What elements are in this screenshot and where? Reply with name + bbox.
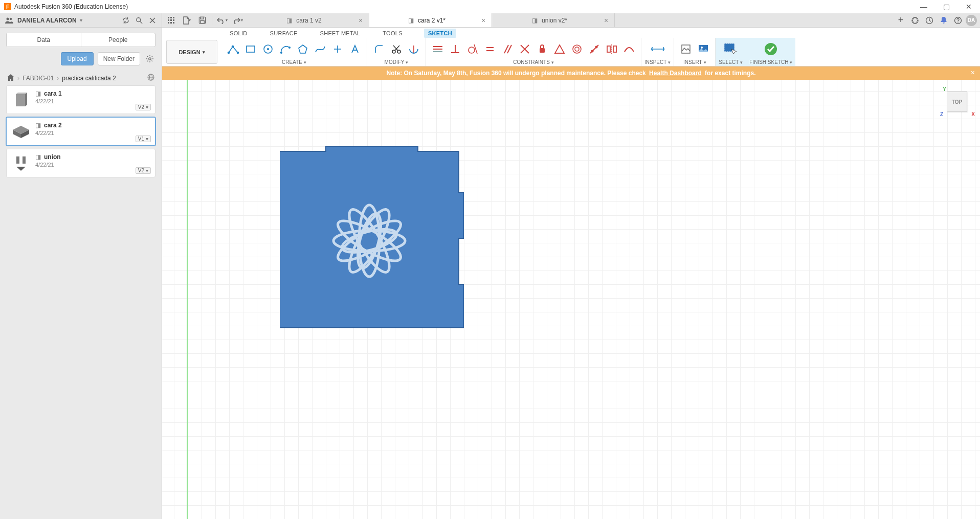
svg-point-40 [281, 52, 282, 54]
ribbon-tab-sketch[interactable]: SKETCH [424, 29, 456, 38]
measure-tool-icon[interactable] [649, 40, 666, 58]
point-tool-icon[interactable] [329, 40, 346, 58]
finish-sketch-button[interactable] [762, 40, 779, 58]
svg-point-39 [268, 49, 269, 50]
jobs-icon[interactable] [923, 14, 936, 27]
collinear-constraint-icon[interactable] [586, 40, 603, 58]
svg-rect-17 [200, 20, 204, 23]
line-tool-icon[interactable] [225, 40, 242, 58]
group-label[interactable]: SELECT [719, 59, 739, 65]
parallel-constraint-icon[interactable] [499, 40, 516, 58]
tabstrip: DANIELA ALARCON ▾ ▾ ▾ ▾ ◨ [0, 13, 980, 28]
new-file-button[interactable]: ▾ [180, 14, 194, 27]
redo-button[interactable]: ▾ [230, 14, 244, 27]
group-label[interactable]: INSERT [683, 59, 702, 65]
viewcube[interactable]: Y X Z TOP [944, 89, 970, 115]
group-label[interactable]: CONSTRAINTS [513, 59, 550, 65]
select-tool-icon[interactable] [722, 40, 740, 58]
file-card[interactable]: ◨cara 1 4/22/21 V2 [6, 85, 155, 114]
group-label[interactable]: FINISH SKETCH [749, 59, 788, 65]
ribbon-tab-tools[interactable]: TOOLS [382, 29, 404, 38]
file-card[interactable]: ◨cara 2 4/22/21 V1 [6, 117, 155, 146]
search-icon[interactable] [134, 15, 144, 26]
fillet-tool-icon[interactable] [370, 40, 388, 58]
version-badge[interactable]: V2 [136, 104, 151, 110]
sidebar-tab-data[interactable]: Data [7, 33, 81, 47]
coincident-constraint-icon[interactable] [516, 40, 533, 58]
ribbon-tab-surface[interactable]: SURFACE [269, 29, 299, 38]
viewcube-face[interactable]: TOP [947, 92, 967, 112]
ribbon-group-finish: FINISH SKETCH▾ [746, 38, 795, 66]
breadcrumb-item[interactable]: FABDIG-01 [23, 75, 54, 82]
app-icon: F [4, 3, 11, 10]
text-tool-icon[interactable] [346, 40, 364, 58]
circle-tool-icon[interactable] [259, 40, 277, 58]
axis-y-label: Y [943, 86, 946, 92]
sketch-body[interactable] [280, 146, 464, 332]
maximize-button[interactable]: ▢ [935, 0, 957, 13]
dismiss-banner-icon[interactable]: × [971, 69, 975, 77]
ribbon-group-select: SELECT▾ [716, 38, 746, 66]
insert-image-icon[interactable] [695, 40, 712, 58]
undo-button[interactable]: ▾ [215, 14, 229, 27]
new-folder-button[interactable]: New Folder [98, 52, 140, 65]
tab-close-icon[interactable]: × [357, 17, 365, 25]
midpoint-constraint-icon[interactable] [551, 40, 568, 58]
window-controls: — ▢ ✕ [912, 0, 980, 13]
horizontal-constraint-icon[interactable] [429, 40, 447, 58]
tangent-constraint-icon[interactable] [464, 40, 481, 58]
minimize-button[interactable]: — [912, 0, 935, 13]
new-tab-button[interactable]: + [894, 14, 907, 27]
file-card[interactable]: ◨union 4/22/21 V2 [6, 149, 155, 177]
symmetry-constraint-icon[interactable] [603, 40, 620, 58]
ribbon-group-create: CREATE▾ [221, 38, 367, 66]
cube-icon: ◨ [35, 122, 41, 129]
apps-grid-button[interactable] [164, 14, 179, 27]
refresh-icon[interactable] [121, 15, 131, 26]
fix-constraint-icon[interactable] [533, 40, 551, 58]
polygon-tool-icon[interactable] [294, 40, 311, 58]
document-tab[interactable]: ◨ union v2* × [492, 13, 615, 27]
spline-tool-icon[interactable] [311, 40, 329, 58]
group-label[interactable]: CREATE [282, 59, 302, 65]
home-icon[interactable] [7, 74, 14, 82]
version-badge[interactable]: V2 [136, 167, 151, 174]
document-tab[interactable]: ◨ cara 2 v1* × [369, 13, 492, 27]
group-label[interactable]: INSPECT [644, 59, 666, 65]
document-tab[interactable]: ◨ cara 1 v2 × [247, 13, 369, 27]
upload-button[interactable]: Upload [61, 52, 94, 65]
help-icon[interactable] [951, 14, 965, 27]
workspace-dropdown[interactable]: DESIGN▾ [166, 40, 217, 64]
tab-close-icon[interactable]: × [602, 17, 610, 25]
group-label[interactable]: MODIFY [385, 59, 405, 65]
tab-close-icon[interactable]: × [479, 17, 487, 25]
version-badge[interactable]: V1 [136, 136, 151, 142]
canvas[interactable]: Y X Z TOP [162, 80, 980, 519]
concentric-constraint-icon[interactable] [568, 40, 586, 58]
insert-dxf-icon[interactable] [677, 40, 695, 58]
perpendicular-constraint-icon[interactable] [447, 40, 464, 58]
equal-constraint-icon[interactable] [481, 40, 499, 58]
user-avatar[interactable]: DA [966, 15, 977, 26]
extensions-icon[interactable] [908, 14, 922, 27]
arc-tool-icon[interactable] [277, 40, 294, 58]
people-icon [4, 15, 14, 26]
ribbon-tab-solid[interactable]: SOLID [229, 29, 249, 38]
web-icon[interactable] [147, 74, 154, 82]
rectangle-tool-icon[interactable] [242, 40, 259, 58]
gear-icon[interactable] [144, 53, 155, 64]
notifications-icon[interactable] [937, 14, 950, 27]
extend-tool-icon[interactable] [405, 40, 422, 58]
trim-tool-icon[interactable] [388, 40, 405, 58]
breadcrumb: › FABDIG-01 › practica calificada 2 [0, 71, 162, 85]
close-button[interactable]: ✕ [957, 0, 980, 13]
sidebar-tab-people[interactable]: People [81, 33, 155, 47]
svg-marker-42 [299, 45, 307, 53]
ribbon-tab-sheetmetal[interactable]: SHEET METAL [319, 29, 362, 38]
curvature-constraint-icon[interactable] [620, 40, 638, 58]
close-panel-icon[interactable] [147, 15, 158, 26]
team-dropdown[interactable]: DANIELA ALARCON ▾ [4, 15, 118, 26]
health-dashboard-link[interactable]: Health Dashboard [649, 70, 702, 77]
save-button[interactable] [195, 14, 209, 27]
breadcrumb-item[interactable]: practica calificada 2 [62, 75, 116, 82]
